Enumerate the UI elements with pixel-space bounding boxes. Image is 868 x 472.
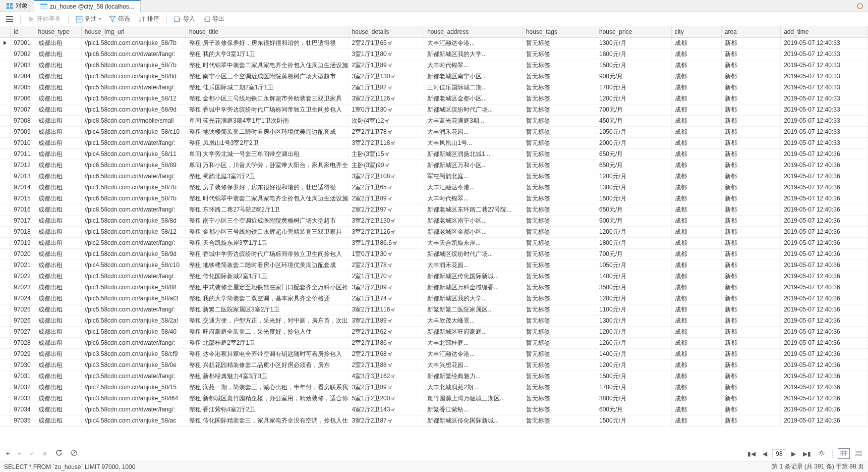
- tab-objects[interactable]: 对象: [0, 0, 34, 12]
- table-row[interactable]: 97001成都出租//pic1.58cdn.com.cn/anjuke_58/7…: [0, 37, 868, 48]
- table-row[interactable]: 97021成都出租//pic4.58cdn.com.cn/anjuke_58/c…: [0, 259, 868, 271]
- col-id[interactable]: id: [11, 26, 35, 37]
- data-grid[interactable]: id house_type house_img_url house_title …: [0, 26, 868, 446]
- svg-rect-0: [7, 3, 9, 6]
- memo-label: 备注: [85, 15, 97, 23]
- svg-marker-10: [29, 16, 34, 22]
- col-house-tags[interactable]: house_tags: [523, 26, 596, 37]
- export-icon: [203, 16, 210, 23]
- table-row[interactable]: 97018成都出租//pic1.58cdn.com.cn/anjuke_58/1…: [0, 226, 868, 237]
- svg-rect-3: [10, 7, 13, 9]
- sort-icon: [138, 16, 145, 23]
- table-row[interactable]: 97032成都出租//pic7.58cdn.com.cn/anjuke_58/1…: [0, 382, 868, 393]
- tab-zu-house[interactable]: zu_house @city_58 (localhos...: [34, 0, 141, 12]
- table-row[interactable]: 97009成都出租//pic4.58cdn.com.cn/anjuke_58/c…: [0, 126, 868, 137]
- svg-rect-5: [40, 6, 47, 7]
- sort-label: 排序: [147, 15, 159, 23]
- filter-button[interactable]: 筛选: [106, 13, 133, 25]
- col-house-price[interactable]: house_price: [596, 26, 671, 37]
- col-house-type[interactable]: house_type: [35, 26, 81, 37]
- export-button[interactable]: 导出: [200, 13, 227, 25]
- table-row[interactable]: 97033成都出租//pic3.58cdn.com.cn/anjuke_58/f…: [0, 393, 868, 404]
- table-row[interactable]: 97024成都出租//pic5.58cdn.com.cn/anjuke_58/a…: [0, 293, 868, 304]
- memo-button[interactable]: 备注 ▾: [73, 13, 104, 25]
- export-label: 导出: [212, 15, 224, 23]
- table-row[interactable]: 97005成都出租//pic5.58cdn.com.cn/dwater/fang…: [0, 82, 868, 93]
- svg-rect-4: [40, 4, 47, 5]
- toolbar: 开始事务 备注 ▾ 筛选 排序 导入 导出: [0, 12, 868, 26]
- table-row[interactable]: 97034成都出租//pic5.58cdn.com.cn/dwater/fang…: [0, 404, 868, 415]
- svg-marker-14: [109, 16, 115, 22]
- table-row[interactable]: 97012成都出租//pic6.58cdn.com.cn/anjuke_58/8…: [0, 160, 868, 171]
- begin-tx-label: 开始事务: [37, 15, 61, 23]
- col-house-details[interactable]: house_details: [349, 26, 424, 37]
- table-row[interactable]: 97028成都出租//pic6.58cdn.com.cn/dwater/fang…: [0, 337, 868, 348]
- table-row[interactable]: 97027成都出租//pic1.58cdn.com.cn/anjuke_58/4…: [0, 326, 868, 337]
- tab-label: zu_house @city_58 (localhos...: [50, 3, 134, 10]
- col-add-time[interactable]: add_time: [781, 26, 868, 37]
- import-label: 导入: [183, 15, 195, 23]
- col-house-img-url[interactable]: house_img_url: [81, 26, 186, 37]
- tab-label: 对象: [16, 2, 28, 10]
- table-row[interactable]: 97029成都出租//pic3.58cdn.com.cn/anjuke_58/c…: [0, 348, 868, 359]
- filter-label: 筛选: [118, 15, 130, 23]
- table-row[interactable]: 97004成都出租//pic1.58cdn.com.cn/anjuke_58/8…: [0, 71, 868, 82]
- grid-icon: [6, 3, 13, 10]
- col-house-title[interactable]: house_title: [186, 26, 348, 37]
- table-row[interactable]: 97035成都出租//pic4.58cdn.com.cn/anjuke_58/a…: [0, 415, 868, 426]
- play-icon: [28, 16, 35, 23]
- table-row[interactable]: 97031成都出租//pic3.58cdn.com.cn/dwater/fang…: [0, 371, 868, 382]
- table-row[interactable]: 97030成都出租//pic3.58cdn.com.cn/anjuke_58/0…: [0, 359, 868, 371]
- table-row[interactable]: 97014成都出租//pic1.58cdn.com.cn/anjuke_58/7…: [0, 182, 868, 193]
- begin-transaction-button[interactable]: 开始事务: [25, 13, 64, 25]
- svg-rect-6: [40, 8, 47, 9]
- header-row: id house_type house_img_url house_title …: [0, 26, 868, 37]
- svg-rect-16: [205, 17, 210, 21]
- table-row[interactable]: 97006成都出租//pic1.58cdn.com.cn/anjuke_58/1…: [0, 93, 868, 104]
- svg-rect-15: [175, 17, 179, 21]
- table-row[interactable]: 97025成都出租//pic5.58cdn.com.cn/dwater/fang…: [0, 304, 868, 315]
- svg-rect-1: [10, 3, 13, 6]
- svg-rect-2: [7, 7, 9, 9]
- table-icon: [40, 3, 47, 10]
- tab-bar: 对象 zu_house @city_58 (localhos...: [0, 0, 868, 12]
- table-row[interactable]: 97003成都出租//pic6.58cdn.com.cn/anjuke_58/7…: [0, 60, 868, 71]
- col-city[interactable]: city: [671, 26, 721, 37]
- menu-button[interactable]: [3, 15, 16, 24]
- table-row[interactable]: 97020成都出租//pic1.58cdn.com.cn/anjuke_58/9…: [0, 248, 868, 259]
- table-row[interactable]: 97013成都出租//pic6.58cdn.com.cn/dwater/fang…: [0, 171, 868, 182]
- table-row[interactable]: 97022成都出租//pic1.58cdn.com.cn/dwater/fang…: [0, 271, 868, 282]
- table-row[interactable]: 97011成都出租//pic4.58cdn.com.cn/anjuke_58/1…: [0, 148, 868, 160]
- table-row[interactable]: 97010成都出租//pic1.58cdn.com.cn/dwater/fang…: [0, 137, 868, 148]
- table-row[interactable]: 97007成都出租//pic1.58cdn.com.cn/anjuke_58/9…: [0, 104, 868, 115]
- col-area[interactable]: area: [721, 26, 780, 37]
- col-house-address[interactable]: house_address: [424, 26, 523, 37]
- link-icon[interactable]: [856, 2, 864, 10]
- table-row[interactable]: 97002成都出租//pic6.58cdn.com.cn/dwater/fang…: [0, 48, 868, 60]
- sort-button[interactable]: 排序: [135, 13, 162, 25]
- table-row[interactable]: 97008成都出租//pic8.58cdn.com.cn/mobile/smal…: [0, 115, 868, 126]
- table-row[interactable]: 97016成都出租//pic8.58cdn.com.cn/dwater/fang…: [0, 204, 868, 215]
- import-icon: [174, 16, 181, 23]
- table-row[interactable]: 97015成都出租//pic6.58cdn.com.cn/anjuke_58/7…: [0, 193, 868, 204]
- table-row[interactable]: 97023成都出租//pic1.58cdn.com.cn/anjuke_58/8…: [0, 282, 868, 293]
- chevron-down-icon: ▾: [99, 17, 101, 21]
- table-row[interactable]: 97026成都出租//pic6.58cdn.com.cn/anjuke_58/2…: [0, 315, 868, 326]
- import-button[interactable]: 导入: [171, 13, 198, 25]
- table-row[interactable]: 97019成都出租//pic2.58cdn.com.cn/dwater/fang…: [0, 237, 868, 248]
- note-icon: [76, 16, 83, 23]
- table-row[interactable]: 97017成都出租//pic1.58cdn.com.cn/anjuke_58/8…: [0, 215, 868, 226]
- funnel-icon: [109, 16, 116, 23]
